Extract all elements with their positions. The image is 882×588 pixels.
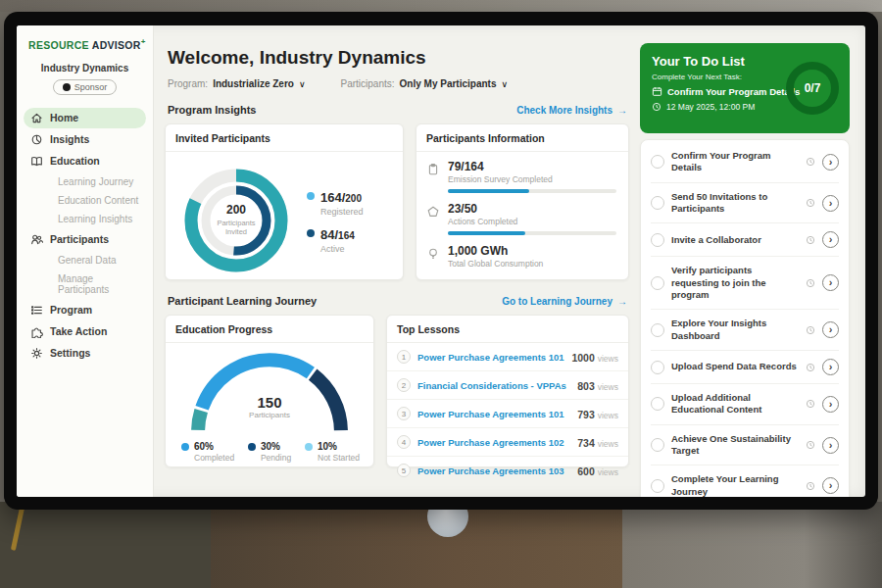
donut-center-value: 200 bbox=[207, 203, 266, 217]
list-icon bbox=[30, 304, 43, 317]
lesson-views-suffix: views bbox=[598, 439, 618, 449]
sidebar-item-label: Home bbox=[50, 112, 78, 123]
sidebar-item-learning-insights[interactable]: Learning Insights bbox=[24, 210, 146, 228]
people-icon bbox=[30, 233, 43, 246]
page-title: Welcome, Industry Dynamics bbox=[165, 47, 629, 69]
task-open-button[interactable]: › bbox=[822, 477, 839, 494]
actions-completed-value: 23/50 bbox=[448, 202, 616, 216]
sponsor-badge-icon bbox=[63, 83, 71, 91]
consumption-metric: 1,000 GWh Total Global Consumption bbox=[426, 244, 616, 269]
task-checkbox[interactable] bbox=[651, 155, 664, 169]
education-gauge-chart: 150 Participants bbox=[176, 349, 363, 433]
task-open-button[interactable]: › bbox=[822, 154, 839, 171]
emission-survey-progressbar bbox=[448, 189, 616, 193]
sidebar-item-settings[interactable]: Settings bbox=[24, 343, 146, 364]
task-open-button[interactable]: › bbox=[822, 195, 839, 212]
lesson-link[interactable]: Power Purchase Agreements 101 bbox=[417, 352, 564, 363]
legend-registered: 164/200 Registered bbox=[307, 188, 364, 217]
task-checkbox[interactable] bbox=[651, 276, 664, 290]
top-lessons-card: Top Lessons 1 Power Purchase Agreements … bbox=[386, 315, 629, 467]
gauge-legend: 60% Completed 30% Pending bbox=[166, 433, 373, 463]
pending-pct: 30% bbox=[261, 441, 291, 452]
lesson-rank: 1 bbox=[397, 350, 411, 364]
task-label: Send 50 Invitations to Participants bbox=[671, 191, 799, 216]
sidebar-item-education-content[interactable]: Education Content bbox=[24, 191, 146, 210]
task-checkbox[interactable] bbox=[651, 438, 664, 452]
background-band-right bbox=[622, 502, 882, 588]
lesson-row[interactable]: 1 Power Purchase Agreements 101 1000view… bbox=[387, 343, 628, 371]
task-row: Explore Your Insights Dashboard › bbox=[651, 310, 839, 351]
task-open-button[interactable]: › bbox=[822, 231, 839, 248]
sidebar-item-education[interactable]: Education bbox=[24, 151, 146, 172]
top-lessons-list: 1 Power Purchase Agreements 101 1000view… bbox=[387, 343, 628, 484]
participants-select-value: Only My Participants bbox=[400, 78, 497, 89]
sidebar-item-general-data[interactable]: General Data bbox=[24, 251, 146, 270]
actions-completed-label: Actions Completed bbox=[448, 217, 616, 226]
task-checkbox[interactable] bbox=[651, 361, 664, 374]
filter-bar: Program: Industrialize Zero ∨ Participan… bbox=[165, 78, 629, 89]
task-deadline-icon bbox=[806, 440, 815, 450]
lesson-link[interactable]: Power Purchase Agreements 103 bbox=[417, 466, 570, 476]
task-deadline-icon bbox=[806, 198, 815, 208]
todo-due-date: 12 May 2025, 12:00 PM bbox=[666, 102, 755, 112]
legend-pending: 30% Pending bbox=[248, 441, 291, 463]
participants-select[interactable]: Participants: Only My Participants ∨ bbox=[341, 78, 509, 89]
brand-plus: + bbox=[141, 37, 146, 46]
program-select-label: Program: bbox=[168, 78, 208, 89]
sidebar-item-home[interactable]: Home bbox=[24, 108, 146, 128]
gauge-svg bbox=[176, 349, 363, 433]
completed-dot-icon bbox=[181, 443, 189, 451]
check-more-insights-label: Check More Insights bbox=[516, 105, 612, 116]
actions-completed-progressbar bbox=[448, 231, 616, 235]
completed-label: Completed bbox=[194, 453, 234, 463]
sidebar-item-label: Participants bbox=[50, 233, 109, 245]
task-open-button[interactable]: › bbox=[822, 321, 839, 338]
go-to-learning-journey-link[interactable]: Go to Learning Journey → bbox=[502, 296, 627, 307]
sidebar-item-learning-journey[interactable]: Learning Journey bbox=[24, 172, 146, 191]
lesson-row[interactable]: 2 Financial Considerations - VPPAs 803vi… bbox=[387, 371, 628, 400]
lesson-row[interactable]: 5 Power Purchase Agreements 103 600views bbox=[387, 457, 628, 484]
task-deadline-icon bbox=[806, 278, 815, 288]
lesson-link[interactable]: Power Purchase Agreements 102 bbox=[417, 437, 570, 448]
participants-information-title: Participants Information bbox=[416, 124, 628, 152]
background-band-left bbox=[0, 502, 211, 588]
sidebar-item-insights[interactable]: Insights bbox=[24, 129, 146, 150]
clock-icon bbox=[652, 102, 662, 112]
donut-legend: 164/200 Registered 84/164 Active bbox=[307, 179, 364, 263]
task-checkbox[interactable] bbox=[651, 479, 664, 493]
task-checkbox[interactable] bbox=[651, 233, 664, 247]
sidebar-item-label: Insights bbox=[50, 133, 89, 145]
task-checkbox[interactable] bbox=[651, 196, 664, 210]
sidebar-item-take-action[interactable]: Take Action bbox=[24, 321, 146, 342]
task-label: Complete Your Learning Journey bbox=[671, 473, 799, 497]
dashboard-screen: RESOURCE ADVISOR+ Industry Dynamics Spon… bbox=[17, 25, 865, 497]
task-row: Achieve One Sustainability Target › bbox=[651, 425, 839, 466]
lesson-row[interactable]: 3 Power Purchase Agreements 101 793views bbox=[387, 400, 628, 428]
task-row: Confirm Your Program Details › bbox=[651, 142, 839, 183]
lesson-row[interactable]: 4 Power Purchase Agreements 102 734views bbox=[387, 428, 628, 457]
sidebar-item-program[interactable]: Program bbox=[24, 300, 146, 320]
task-open-button[interactable]: › bbox=[822, 359, 839, 375]
chevron-down-icon: ∨ bbox=[501, 79, 508, 89]
check-more-insights-link[interactable]: Check More Insights → bbox=[516, 105, 627, 116]
task-open-button[interactable]: › bbox=[822, 274, 839, 291]
actions-completed-metric: 23/50 Actions Completed bbox=[426, 202, 616, 235]
sidebar-item-participants[interactable]: Participants bbox=[24, 229, 146, 250]
task-deadline-icon bbox=[806, 399, 815, 409]
lesson-views: 600 bbox=[577, 466, 595, 477]
task-open-button[interactable]: › bbox=[822, 396, 839, 413]
task-label: Explore Your Insights Dashboard bbox=[671, 318, 799, 342]
donut-center: 200 Participants Invited bbox=[207, 203, 266, 237]
brand-secondary: ADVISOR bbox=[92, 39, 141, 51]
lesson-link[interactable]: Financial Considerations - VPPAs bbox=[417, 380, 570, 391]
sidebar: RESOURCE ADVISOR+ Industry Dynamics Spon… bbox=[17, 25, 154, 497]
sidebar-item-manage-participants[interactable]: Manage Participants bbox=[24, 270, 146, 299]
go-to-learning-journey-label: Go to Learning Journey bbox=[502, 296, 612, 307]
lesson-link[interactable]: Power Purchase Agreements 101 bbox=[417, 409, 570, 419]
task-checkbox[interactable] bbox=[651, 397, 664, 411]
program-select[interactable]: Program: Industrialize Zero ∨ bbox=[168, 78, 306, 89]
org-name: Industry Dynamics bbox=[17, 63, 153, 74]
task-checkbox[interactable] bbox=[651, 323, 664, 337]
education-progress-body: 150 Participants 60% Completed bbox=[166, 343, 373, 463]
task-open-button[interactable]: › bbox=[822, 437, 839, 454]
